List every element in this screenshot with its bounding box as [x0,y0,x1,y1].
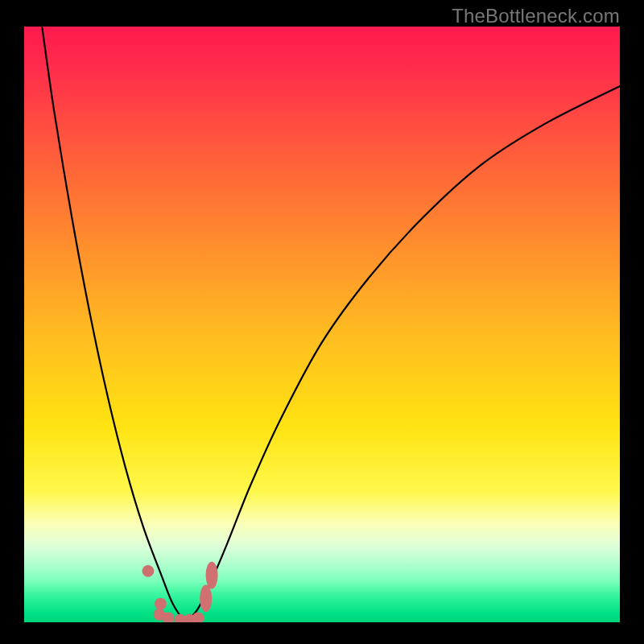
curve-marker [206,562,218,589]
curve-marker [200,585,212,613]
bottleneck-curve [42,27,620,619]
curve-plot [24,27,620,622]
curve-marker [142,565,155,577]
curve-marker [155,598,167,610]
watermark-text: TheBottleneck.com [452,5,620,27]
curve-markers [142,562,218,622]
chart-frame [24,27,620,622]
